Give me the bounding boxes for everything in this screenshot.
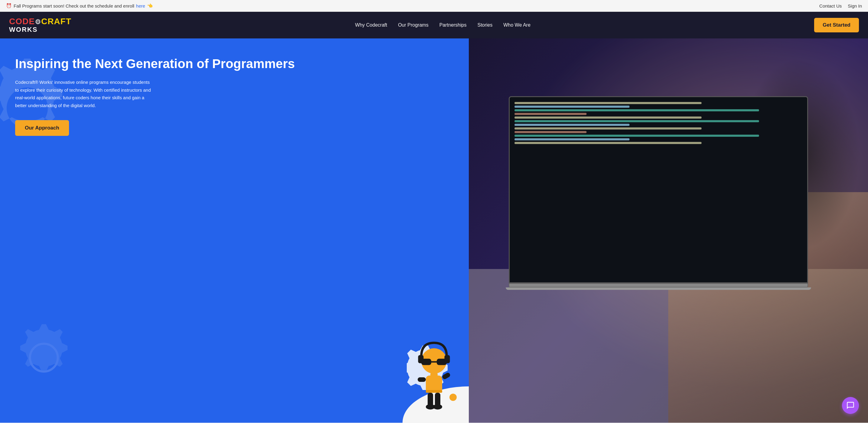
nav-link-our-programs[interactable]: Our Programs (398, 22, 428, 28)
logo-works: WORKS (9, 26, 71, 33)
code-line (515, 127, 702, 130)
nav-item-partnerships[interactable]: Partnerships (439, 22, 467, 28)
laptop-keyboard (506, 288, 811, 290)
code-display (515, 102, 802, 144)
hero-right-panel (469, 38, 868, 423)
announcement-actions: Contact Us Sign In (819, 3, 862, 8)
mascot-foot-right (433, 404, 442, 410)
hero-title: Inspiring the Next Generation of Program… (15, 57, 454, 71)
code-line (515, 124, 630, 126)
nav-item-stories[interactable]: Stories (477, 22, 492, 28)
laptop-base (509, 283, 808, 288)
code-line (515, 117, 702, 119)
mascot-belt (426, 390, 442, 393)
mascot-neck (430, 373, 438, 377)
code-line (515, 106, 630, 108)
mascot-headphone-right (444, 355, 450, 363)
nav-link-why-codecraft[interactable]: Why Codecraft (355, 22, 387, 28)
code-line (515, 113, 587, 115)
nav-link-stories[interactable]: Stories (477, 22, 492, 28)
logo-craft: CRAFT (41, 17, 71, 26)
mascot-headphone-left (418, 355, 424, 363)
announcement-text: ⏰ Fall Programs start soon! Check out th… (6, 3, 153, 8)
code-line (515, 109, 760, 111)
our-approach-button[interactable]: Our Approach (15, 120, 69, 136)
hero-left-panel: Inspiring the Next Generation of Program… (0, 38, 469, 423)
hero-description: Codecraft® Works' innovative online prog… (15, 78, 154, 109)
announcement-icon: ⏰ (6, 3, 12, 8)
gear-decoration-2 (9, 323, 79, 392)
nav-links: Why Codecraft Our Programs Partnerships … (355, 22, 530, 28)
get-started-button[interactable]: Get Started (814, 18, 859, 32)
mascot-svg (407, 334, 461, 423)
announcement-bar: ⏰ Fall Programs start soon! Check out th… (0, 0, 868, 12)
nav-item-our-programs[interactable]: Our Programs (398, 22, 428, 28)
logo[interactable]: CODE⚙CRAFT WORKS (9, 17, 71, 34)
sign-in-link[interactable]: Sign In (848, 3, 862, 8)
code-line (515, 102, 702, 104)
laptop-screen (509, 96, 808, 283)
logo-gear-icon: ⚙ (35, 18, 41, 26)
code-line (515, 120, 760, 122)
code-line (515, 138, 630, 140)
code-line (515, 142, 702, 144)
navbar: CODE⚙CRAFT WORKS Why Codecraft Our Progr… (0, 12, 868, 38)
announcement-emoji: 👈 (147, 3, 153, 8)
mascot-ball (450, 394, 457, 401)
nav-link-who-we-are[interactable]: Who We Are (503, 22, 531, 28)
chat-icon (846, 401, 855, 410)
mascot-character (407, 334, 461, 423)
logo-code: CODE (9, 17, 35, 26)
mascot-arm-left (417, 377, 426, 382)
nav-link-partnerships[interactable]: Partnerships (439, 22, 467, 28)
contact-us-link[interactable]: Contact Us (819, 3, 842, 8)
nav-item-who-we-are[interactable]: Who We Are (503, 22, 531, 28)
hero-section: Inspiring the Next Generation of Program… (0, 38, 868, 423)
chat-bubble-button[interactable] (842, 397, 859, 414)
laptop-area (509, 96, 808, 290)
announcement-message: Fall Programs start soon! Check out the … (13, 3, 134, 8)
announcement-link[interactable]: here (136, 3, 145, 8)
nav-item-why-codecraft[interactable]: Why Codecraft (355, 22, 387, 28)
code-line (515, 131, 587, 133)
code-line (515, 135, 760, 137)
